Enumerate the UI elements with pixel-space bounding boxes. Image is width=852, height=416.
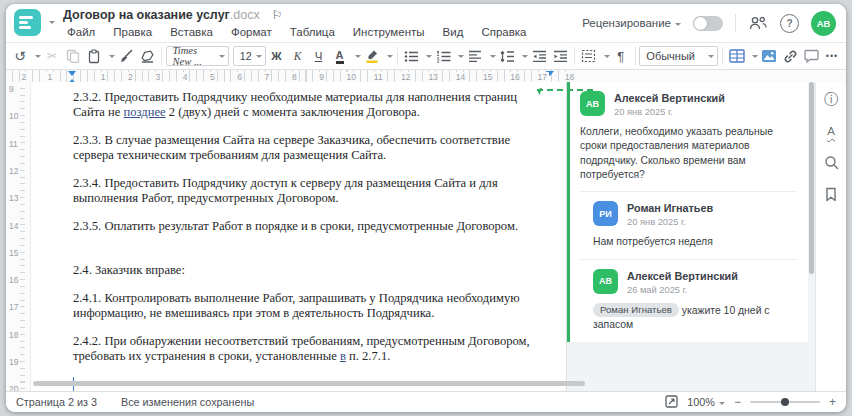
flag-icon[interactable]: ⚐: [272, 8, 283, 22]
insert-link-button[interactable]: [780, 46, 800, 67]
cut-button[interactable]: ✂: [42, 46, 62, 67]
paragraph-frame-button[interactable]: [579, 46, 599, 67]
scrollbar-thumb[interactable]: [809, 82, 814, 274]
italic-button[interactable]: К: [288, 46, 308, 67]
vertical-scrollbar[interactable]: [808, 82, 815, 391]
menu-insert[interactable]: Вставка: [161, 24, 222, 40]
clear-style-button[interactable]: [137, 46, 157, 67]
save-status: Все изменения сохранены: [121, 396, 254, 408]
zoom-slider[interactable]: [750, 401, 820, 403]
paragraph-2-4-2[interactable]: 2.4.2. При обнаружении несоответствий тр…: [73, 334, 545, 364]
fit-page-icon[interactable]: [665, 395, 678, 410]
highlight-color-button[interactable]: [362, 46, 382, 67]
user-avatar[interactable]: АВ: [811, 11, 836, 36]
page-indicator[interactable]: Страница 2 из 3: [16, 396, 97, 408]
info-icon[interactable]: ⓘ: [824, 90, 838, 107]
insert-comment-button[interactable]: [801, 46, 821, 67]
app-window: Договор на оказание услуг.docx⚐ Файл Пра…: [6, 4, 846, 412]
increase-indent-button[interactable]: [550, 46, 570, 67]
underline-button[interactable]: Ч: [309, 46, 329, 67]
search-icon[interactable]: [824, 154, 839, 171]
review-caret-icon: [675, 23, 681, 29]
undo-button[interactable]: ↺: [10, 46, 30, 67]
zoom-in-button[interactable]: +: [829, 395, 836, 409]
table-caret-icon[interactable]: [752, 55, 758, 61]
paragraph-2-3-5[interactable]: 2.3.5. Оплатить результат Работ в порядк…: [73, 219, 545, 234]
review-toggle[interactable]: [693, 16, 723, 31]
undo-caret-icon[interactable]: [35, 55, 41, 61]
review-mode-dropdown[interactable]: Рецензирование: [582, 17, 681, 29]
highlight-caret-icon[interactable]: [387, 55, 393, 61]
menu-format[interactable]: Формат: [222, 24, 281, 40]
font-color-caret-icon[interactable]: [355, 55, 361, 61]
comment-item[interactable]: АВ Алексей Вертинский 20 янв 2025 г.: [580, 91, 797, 117]
paragraph-2-4-1[interactable]: 2.4.1. Контролировать выполнение Работ, …: [73, 291, 545, 321]
paragraph-2-4[interactable]: 2.4. Заказчик вправе:: [73, 263, 545, 278]
copy-button[interactable]: [63, 46, 83, 67]
comments-panel-empty-area: [567, 342, 808, 391]
font-color-button[interactable]: A: [330, 46, 350, 67]
bookmark-icon[interactable]: [825, 186, 837, 203]
bullet-list-button[interactable]: [401, 46, 421, 67]
header: Договор на оказание услуг.docx⚐ Файл Пра…: [6, 4, 846, 42]
comment-thread[interactable]: АВ Алексей Вертинский 20 янв 2025 г. Кол…: [567, 82, 808, 342]
align-caret-icon[interactable]: [490, 55, 496, 61]
paragraph-2-3-3[interactable]: 2.3.3. В случае размещения Сайта на серв…: [73, 133, 545, 163]
comment-text: Роман Игнатьев укажите 10 дней с запасом: [593, 303, 797, 332]
numbered-list-button[interactable]: [433, 46, 453, 67]
spellcheck-icon[interactable]: А: [827, 122, 835, 139]
format-painter-button[interactable]: [116, 46, 136, 67]
comment-author: Роман Игнатьев: [627, 201, 713, 215]
comment-item[interactable]: РИ Роман Игнатьев 20 янв 2025 г. Нам пот…: [593, 201, 797, 249]
font-name-select[interactable]: Times New ...: [166, 46, 229, 66]
decrease-indent-button[interactable]: [529, 46, 549, 67]
comment-author: Алексей Вертинский: [627, 269, 738, 283]
zoom-out-button[interactable]: −: [734, 395, 741, 409]
comment-text: Коллеги, необходимо указать реальные сро…: [580, 125, 797, 182]
paste-button[interactable]: [84, 46, 104, 67]
zoom-slider-thumb[interactable]: [781, 398, 789, 406]
align-left-button[interactable]: [465, 46, 485, 67]
menu-edit[interactable]: Правка: [104, 24, 161, 40]
menu-table[interactable]: Таблица: [281, 24, 344, 40]
logo-caret-icon[interactable]: [49, 21, 55, 27]
more-tools-button[interactable]: •••: [822, 46, 842, 67]
zoom-caret-icon: [719, 402, 725, 408]
frame-caret-icon[interactable]: [604, 55, 610, 61]
document-page[interactable]: 2.3.2. Предоставить Подрядчику необходим…: [31, 82, 566, 391]
line-spacing-button[interactable]: [497, 46, 517, 67]
comment-item[interactable]: АВ Алексей Вертинский 26 май 2025 г. Ром…: [593, 269, 797, 332]
comment-author: Алексей Вертинский: [614, 91, 725, 105]
app-logo-icon[interactable]: [14, 9, 41, 36]
horizontal-scrollbar[interactable]: [33, 381, 585, 386]
insert-image-button[interactable]: [759, 46, 779, 67]
font-size-caret-icon: [256, 55, 262, 61]
bullet-list-caret-icon[interactable]: [426, 55, 432, 61]
bold-button[interactable]: Ж: [267, 46, 287, 67]
header-divider: [735, 14, 736, 32]
paragraph-style-select[interactable]: Обычный: [639, 46, 718, 66]
font-size-select[interactable]: 12: [233, 46, 266, 66]
menu-view[interactable]: Вид: [434, 24, 473, 40]
mention-chip[interactable]: Роман Игнатьев: [593, 303, 679, 317]
document-text[interactable]: 2.3.2. Предоставить Подрядчику необходим…: [73, 90, 545, 391]
numbered-list-caret-icon[interactable]: [458, 55, 464, 61]
menu-help[interactable]: Справка: [472, 24, 535, 40]
paragraph-2-3-2[interactable]: 2.3.2. Предоставить Подрядчику необходим…: [73, 90, 545, 120]
comment-divider: [580, 191, 797, 192]
menu-tools[interactable]: Инструменты: [344, 24, 434, 40]
help-icon[interactable]: ?: [780, 14, 799, 33]
paste-caret-icon[interactable]: [109, 55, 115, 61]
menu-file[interactable]: Файл: [58, 24, 104, 40]
comments-panel: АВ Алексей Вертинский 20 янв 2025 г. Кол…: [566, 82, 808, 391]
nonprinting-chars-button[interactable]: ¶: [611, 46, 631, 67]
zoom-value[interactable]: 100%: [687, 396, 725, 408]
vertical-ruler[interactable]: 91011121314151617181920: [6, 82, 31, 391]
insert-table-button[interactable]: [727, 46, 747, 67]
comment-avatar: АВ: [580, 91, 605, 116]
menubar: Файл Правка Вставка Формат Таблица Инстр…: [58, 24, 536, 40]
style-caret-icon: [708, 55, 714, 61]
collaboration-users-icon[interactable]: [748, 15, 768, 31]
paragraph-2-3-4[interactable]: 2.3.4. Предоставить Подрядчику доступ к …: [73, 176, 545, 206]
line-spacing-caret-icon[interactable]: [522, 55, 528, 61]
